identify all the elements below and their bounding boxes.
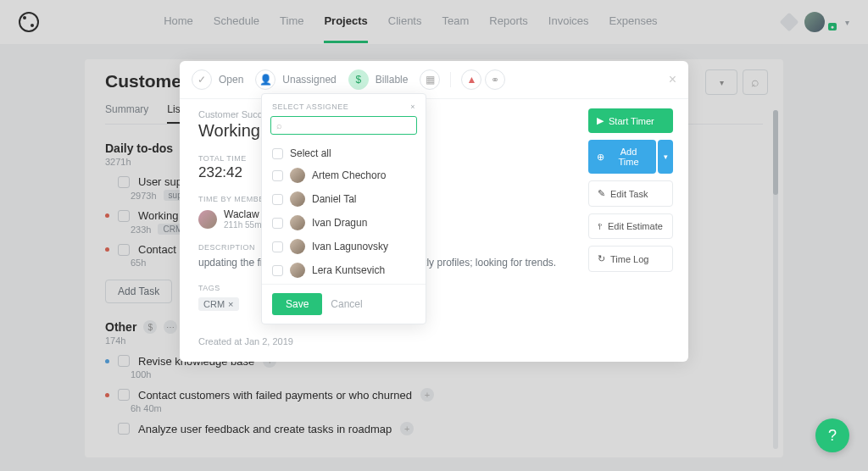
history-icon: ↻: [598, 253, 605, 264]
calendar-icon[interactable]: ▦: [420, 69, 440, 90]
assignee-option[interactable]: Ivan Dragun: [262, 211, 426, 235]
time-log-button[interactable]: ↻Time Log: [588, 246, 673, 272]
close-icon[interactable]: ×: [410, 103, 415, 111]
paint-icon[interactable]: ▲: [461, 69, 481, 90]
assignee-option[interactable]: Daniel Tal: [262, 187, 426, 211]
tag-chip[interactable]: CRM×: [198, 297, 239, 311]
assignee-popover: SELECT ASSIGNEE× ⌕ Select all Artem Chec…: [261, 93, 426, 324]
edit-estimate-button[interactable]: ⫯Edit Estimate: [588, 213, 673, 239]
remove-tag-icon: ×: [228, 299, 233, 309]
assignee-option[interactable]: Ivan Lagunovsky: [262, 235, 426, 258]
popover-title: SELECT ASSIGNEE: [272, 103, 348, 111]
member-avatar: [198, 210, 217, 229]
assignee-option[interactable]: Lera Kuntsevich: [262, 258, 426, 282]
edit-task-button[interactable]: ✎Edit Task: [588, 180, 673, 207]
chart-icon: ⫯: [598, 221, 603, 231]
pencil-icon: ✎: [598, 188, 605, 199]
search-icon: ⌕: [276, 120, 282, 130]
start-timer-button[interactable]: ▶Start Timer: [588, 108, 673, 133]
add-time-button[interactable]: ⊕Add Time: [588, 140, 656, 174]
billable-icon[interactable]: $: [348, 69, 369, 90]
add-time-dropdown[interactable]: ▾: [658, 140, 673, 174]
created-at: Created at Jan 2, 2019: [180, 336, 688, 346]
select-all[interactable]: Select all: [262, 143, 426, 163]
assignee-icon[interactable]: 👤: [255, 69, 275, 90]
clock-icon: ⊕: [597, 152, 604, 163]
assignee-option[interactable]: Artem Chechoro: [262, 163, 426, 187]
assignee-search[interactable]: ⌕: [270, 116, 417, 135]
task-modal: ✓Open 👤Unassigned $Billable ▦ ▲ ⚭ × Cust…: [180, 61, 688, 362]
close-icon[interactable]: ×: [669, 72, 676, 87]
save-button[interactable]: Save: [272, 293, 322, 315]
help-button[interactable]: ?: [815, 418, 849, 452]
cancel-button[interactable]: Cancel: [331, 298, 362, 310]
status-icon[interactable]: ✓: [192, 69, 212, 90]
link-icon[interactable]: ⚭: [485, 69, 505, 90]
play-icon: ▶: [597, 115, 604, 126]
